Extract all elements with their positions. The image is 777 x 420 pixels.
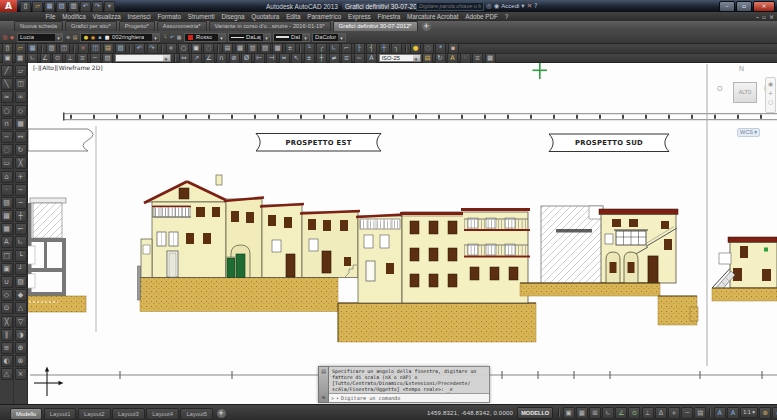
toolbar-lock-icon[interactable]: ▪ [772, 407, 777, 419]
ungroup-icon[interactable]: ⊗ [15, 355, 27, 367]
point-icon[interactable]: · [1, 184, 13, 196]
lineweight-show-icon[interactable]: ─ [681, 407, 693, 419]
dim-leader-icon[interactable]: ↖ [291, 53, 302, 64]
table-style-icon[interactable]: ▦ [485, 53, 496, 64]
dim-continue-icon[interactable]: ≍ [279, 53, 290, 64]
dynamic-ucs-icon[interactable]: ∆ [655, 407, 667, 419]
menu-file[interactable]: File [42, 13, 59, 20]
make-object-layer-current-icon[interactable]: └ [162, 34, 168, 40]
chevron-down-icon[interactable]: ▾ [218, 34, 225, 41]
ellipse-icon[interactable]: ◌ [1, 144, 13, 156]
transparency-toggle-icon[interactable]: ▨ [102, 53, 113, 64]
doc-close-icon[interactable]: × [769, 12, 774, 21]
menu-disegna[interactable]: Disegna [218, 13, 248, 20]
layer-lock-icon[interactable]: ▪ [97, 34, 103, 40]
minimize-button[interactable]: – [719, 1, 735, 12]
dim-tolerance-icon[interactable]: ± [304, 53, 315, 64]
menu-inserisci[interactable]: Inserisci [124, 13, 154, 20]
qat-dropdown-icon[interactable]: ▾ [104, 1, 115, 12]
maximize-button[interactable]: ▫ [736, 1, 752, 12]
viewcube[interactable]: N O E ALTO WCS ▾ [710, 65, 770, 141]
reverse-icon[interactable]: ▽ [15, 316, 27, 328]
dim-aligned-icon[interactable]: ↗ [191, 53, 202, 64]
undo-icon[interactable]: ↶ [134, 43, 145, 54]
command-line-window[interactable]: ▤ ⊛ Specificare un angolo della finestra… [318, 366, 490, 403]
menu-formato[interactable]: Formato [154, 13, 184, 20]
workspace-settings-icon[interactable]: ⊛ [65, 34, 71, 40]
tab-layout3[interactable]: Layout3 [112, 408, 145, 420]
wcs-dropdown[interactable]: WCS ▾ [737, 128, 760, 137]
ortho-toggle-icon[interactable]: ∟ [27, 53, 38, 64]
polygon-icon[interactable]: ⌂ [1, 171, 13, 183]
chevron-down-icon[interactable]: ▾ [55, 34, 62, 41]
exchange-icon[interactable]: ✕ [527, 2, 532, 10]
chevron-down-icon[interactable]: ▾ [263, 34, 270, 41]
break-at-point-icon[interactable]: ┼ [15, 210, 27, 222]
layer-color-chip-icon[interactable]: ■ [104, 34, 110, 40]
dim-diameter-icon[interactable]: Ø [241, 53, 252, 64]
menu-edita[interactable]: Edita [283, 13, 304, 20]
named-view-combo[interactable]: ▾ [115, 54, 171, 62]
viewcube-top-face[interactable]: ALTO [733, 82, 757, 103]
search-input[interactable] [416, 2, 484, 11]
menu-quotatura[interactable]: Quotatura [248, 13, 283, 20]
menu-strumenti[interactable]: Strumenti [184, 13, 218, 20]
pan-icon[interactable]: + [166, 43, 177, 54]
workspace-combo[interactable]: Lucia ▾ [17, 33, 63, 42]
qat-undo-icon[interactable]: ↶ [80, 1, 91, 12]
chevron-down-icon[interactable]: ▾ [338, 34, 345, 41]
scale-icon[interactable]: ╳ [15, 157, 27, 169]
customize-icon[interactable]: ▤ [321, 369, 326, 374]
3dpoly-icon[interactable]: ≡ [1, 342, 13, 354]
autocad-logo-icon[interactable]: A [0, 0, 17, 12]
ray-icon[interactable]: ╳ [1, 316, 13, 328]
qat-redo-icon[interactable]: ↷ [92, 1, 103, 12]
signin-label[interactable]: Accedi [501, 3, 519, 9]
dim-break-icon[interactable]: ≠ [329, 53, 340, 64]
chevron-down-icon[interactable]: ▾ [413, 55, 420, 61]
text-style-icon[interactable]: A [447, 53, 458, 64]
menu-modifica[interactable]: Modifica [59, 13, 89, 20]
explode-icon[interactable]: ▨ [15, 276, 27, 288]
zoom-tool-icon[interactable]: ○ [768, 98, 773, 105]
menu-parametrico[interactable]: Parametrico [304, 13, 345, 20]
pan-tool-icon[interactable]: + [768, 89, 773, 96]
command-window-grip[interactable]: ▤ ⊛ [318, 366, 329, 403]
multiline-icon[interactable]: ∥ [1, 329, 13, 341]
dim-text-edit-icon[interactable]: A [366, 53, 377, 64]
help-icon[interactable]: ? [534, 2, 537, 10]
group-icon[interactable]: ⊕ [15, 342, 27, 354]
osnap-toggle-icon[interactable]: ⊙ [52, 53, 63, 64]
dim-update-icon[interactable]: ↻ [435, 53, 446, 64]
qat-save-as-icon[interactable]: ▧ [56, 1, 67, 12]
dim-angular-icon[interactable]: ∠ [204, 53, 215, 64]
workspace-switching-icon[interactable]: ⊛ [759, 407, 771, 419]
layer-freeze-tool-icon[interactable]: ┼ [379, 43, 390, 54]
dim-space-icon[interactable]: ≡ [341, 53, 352, 64]
navigation-wheel-icon[interactable]: ◉ [768, 80, 773, 87]
fillet-icon[interactable]: └ [15, 250, 27, 262]
block-insert-icon[interactable]: □ [1, 250, 13, 262]
properties-red-b-icon[interactable]: ◆ [9, 34, 15, 40]
move-icon[interactable]: ↔ [15, 131, 27, 143]
doc-minimize-icon[interactable]: – [756, 12, 759, 21]
dim-style-combo[interactable]: ISO-25 ▾ [379, 54, 421, 62]
tab-layout2[interactable]: Layout2 [78, 408, 111, 420]
menu-marcature-acrobat[interactable]: Marcature Acrobat [404, 13, 462, 20]
redo-icon[interactable]: ↷ [147, 43, 158, 54]
layer-sun-icon[interactable]: ◉ [90, 34, 96, 40]
menu-adobe-pdf[interactable]: Adobe PDF [462, 13, 501, 20]
viewcube-west-label[interactable]: O [717, 85, 722, 92]
layer-on-icon[interactable]: ● [410, 43, 421, 54]
annotation-scale-button[interactable]: 1:1 ▾ [740, 407, 758, 418]
ortho-mode-icon[interactable]: ∟ [602, 407, 614, 419]
linetype-combo[interactable]: DaLayer ▾ [228, 33, 271, 42]
layer-states-icon[interactable]: ▦ [176, 34, 182, 40]
table-icon[interactable]: ▦ [1, 223, 13, 235]
lineweight-combo[interactable]: DaLayer ▾ [273, 33, 310, 42]
lineweight-toggle-icon[interactable]: ─ [90, 53, 101, 64]
mirror-icon[interactable]: ∞ [15, 91, 27, 103]
mline-style-icon[interactable]: ≡ [472, 53, 483, 64]
text-icon[interactable]: A [1, 236, 13, 248]
qat-new-icon[interactable]: ▯ [20, 1, 31, 12]
